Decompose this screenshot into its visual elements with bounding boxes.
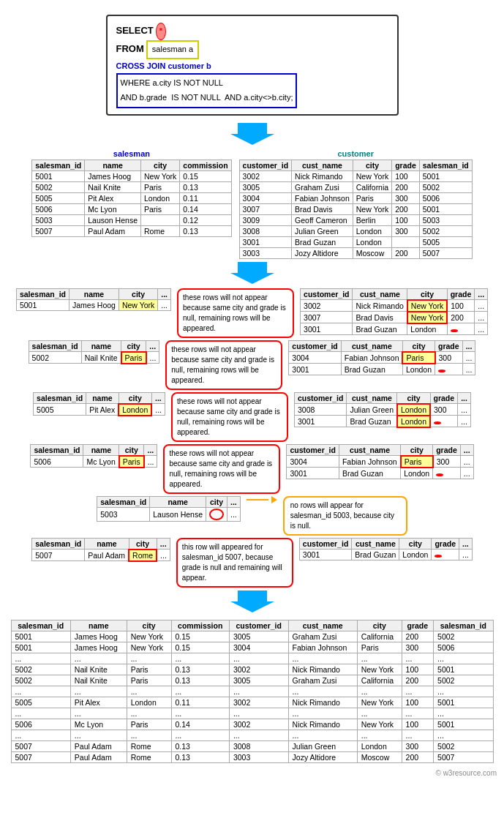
table-row: 3001Brad GuzanLondon ...	[301, 323, 488, 335]
explain-row-5007: salesman_idnamecity... 5007Paul AdamRome…	[7, 538, 497, 588]
explain-5002: these rows will not appear because same …	[165, 340, 282, 390]
table-row: 3004Fabian JohnsonParis300...	[287, 456, 473, 468]
col-customer-id: customer_id	[229, 620, 288, 631]
col-cust-name: cust_name	[288, 620, 357, 631]
table-row: 5001James HoogNew York0.153005Graham Zus…	[11, 631, 493, 642]
col-commission: commission	[180, 160, 231, 170]
customer-section: customer customer_id cust_name city grad…	[239, 149, 473, 259]
customer-table: customer_id cust_name city grade salesma…	[239, 160, 473, 259]
sql-asterisk: *	[156, 23, 166, 40]
table-row: 5005Pit AlexLondon0.11	[32, 192, 231, 203]
table-row: ...........................	[11, 730, 493, 740]
explain-row-5006: salesman_idnamecity... 5006Mc LyonParis.…	[7, 444, 497, 494]
result-header-row: salesman_id name city commission custome…	[11, 620, 493, 631]
table-row: ...........................	[11, 686, 493, 697]
salesman-mini-5002: salesman_idnamecity... 5002Nail KnitePar…	[29, 340, 160, 364]
table-row: 5007Paul AdamRome0.133003Jozy AltidoreMo…	[11, 751, 493, 762]
table-row: ...........................	[11, 653, 493, 664]
table-row: 3001Brad GuzanLondon ...	[289, 364, 475, 375]
sql-from-table: salesman a	[146, 40, 199, 59]
customer-mini-table-5002: customer_idcust_namecitygrade... 3004Fab…	[288, 340, 475, 375]
sql-line2: FROM salesman a	[116, 40, 388, 59]
table-row: 5005Pit AlexLondon...	[34, 404, 165, 416]
explain-row-5001: salesman_idnamecity... 5001James HoogNew…	[7, 288, 497, 338]
salesman-mini-table-5005: salesman_idnamecity... 5005Pit AlexLondo…	[33, 392, 165, 416]
salesman-mini-table-5003: salesman_idnamecity... 5003Lauson Hense …	[97, 496, 241, 522]
table-row: 3001Brad GuzanLondon ...	[299, 549, 472, 560]
col-city: city	[127, 620, 171, 631]
customer-mini-table-5005: customer_idcust_namecitygrade... 3008Jul…	[294, 392, 471, 428]
table-row: 5002Nail KniteParis0.133005Graham ZusiCa…	[11, 675, 493, 686]
customer-mini-table-5006: customer_idcust_namecitygrade... 3004Fab…	[286, 444, 473, 479]
col-grade: grade	[402, 620, 434, 631]
salesman-mini-5005: salesman_idnamecity... 5005Pit AlexLondo…	[33, 392, 165, 416]
explain-row-5005: salesman_idnamecity... 5005Pit AlexLondo…	[7, 392, 497, 442]
table-row: ...........................	[11, 708, 493, 719]
sql-select-keyword: SELECT	[116, 25, 154, 36]
table-row: 3007Brad DavisNew York2005001	[239, 203, 472, 214]
table-row: 3008Julian GreenLondon3005002	[239, 225, 472, 236]
table-row: 5007Paul AdamRome0.13	[32, 225, 231, 236]
table-row: 3001Brad GuzanLondon ...	[287, 468, 473, 479]
svg-marker-2	[230, 590, 274, 612]
salesman-mini-5001: salesman_idnamecity... 5001James HoogNew…	[16, 288, 171, 311]
table-row: 3001Brad GuzanLondon ...	[295, 416, 471, 427]
sql-line4: WHERE a.city IS NOT NULL	[121, 76, 293, 91]
col-city: city	[140, 160, 179, 170]
table-row: 3005Graham ZusiCalifornia2005002	[239, 181, 472, 192]
col-city: city	[353, 160, 391, 170]
explain-5001: these rows will not appear because same …	[177, 288, 294, 338]
customer-mini-5007: customer_idcust_namecitygrade... 3001Bra…	[299, 538, 473, 560]
customer-label: customer	[239, 149, 473, 158]
col-grade: grade	[392, 160, 420, 170]
arrowhead-icon	[271, 496, 277, 503]
sql-cross-join: CROSS JOIN customer b	[116, 59, 211, 74]
main-arrow	[7, 123, 497, 146]
no-rows-box-5003: no rows will appear for salesman_id 5003…	[283, 496, 407, 536]
svg-marker-1	[230, 262, 274, 284]
customer-mini-table-5007: customer_idcust_namecitygrade... 3001Bra…	[299, 538, 473, 560]
salesman-mini-5006: salesman_idnamecity... 5006Mc LyonParis.…	[30, 444, 157, 468]
explain-5005: these rows will not appear because same …	[171, 392, 288, 442]
table-row: 5003Lauson Hense ...	[97, 507, 241, 521]
second-arrow	[7, 262, 497, 285]
sql-from-keyword: FROM	[116, 43, 144, 54]
table-row: 5007Paul AdamRome...	[32, 550, 170, 561]
customer-mini-5001: customer_idcust_namecitygrade... 3002Nic…	[300, 288, 488, 335]
salesman-mini-5007: salesman_idnamecity... 5007Paul AdamRome…	[31, 538, 170, 562]
explain-5006: these rows will not appear because same …	[163, 444, 280, 494]
salesman-mini-table-5007: salesman_idnamecity... 5007Paul AdamRome…	[31, 538, 170, 562]
col-name: name	[70, 620, 127, 631]
orange-line	[247, 499, 268, 500]
col-city2: city	[357, 620, 402, 631]
table-row: 5002Nail KniteParis0.13	[32, 181, 231, 192]
table-row: 3009Geoff CameronBerlin1005003	[239, 214, 472, 225]
explain-row-5003: salesman_idnamecity... 5003Lauson Hense …	[7, 496, 497, 536]
sql-box: SELECT * FROM salesman a CROSS JOIN cust…	[106, 15, 399, 116]
watermark: © w3resource.com	[7, 769, 497, 777]
col-salesman-id2: salesman_id	[434, 620, 493, 631]
customer-mini-table-5001: customer_idcust_namecitygrade... 3002Nic…	[300, 288, 488, 335]
table-row: 5005Pit AlexLondon0.113002Nick RimandoNe…	[11, 697, 493, 708]
no-rows-connector	[247, 496, 277, 503]
table-row: 5006Mc LyonParis...	[31, 456, 157, 468]
salesman-section: salesman salesman_id name city commissio…	[31, 149, 231, 237]
result-table: salesman_id name city commission custome…	[11, 620, 494, 763]
col-cust-name: cust_name	[292, 160, 353, 170]
customer-mini-5005: customer_idcust_namecitygrade... 3008Jul…	[294, 392, 471, 428]
table-row: 5006Mc LyonParis0.143002Nick RimandoNew …	[11, 719, 493, 730]
explain-5007: this row will appeared for salesman_id 5…	[176, 538, 293, 588]
sql-where-block: WHERE a.city IS NOT NULL AND b.grade IS …	[116, 73, 298, 108]
salesman-mini-table-5001: salesman_idnamecity... 5001James HoogNew…	[16, 288, 171, 311]
table-row: 5002Nail KniteParis0.133002Nick RimandoN…	[11, 664, 493, 675]
sql-line3: CROSS JOIN customer b	[116, 59, 388, 74]
table-row: 5006Mc LyonParis0.14	[32, 203, 231, 214]
svg-marker-0	[230, 123, 274, 145]
customer-mini-5002: customer_idcust_namecitygrade... 3004Fab…	[288, 340, 475, 375]
table-row: 3002Nick RimandoNew York100...	[301, 300, 488, 312]
table-row: 5001James HoogNew York0.153004Fabian Joh…	[11, 642, 493, 653]
table-row: 5003Lauson Hense0.12	[32, 214, 231, 225]
salesman-mini-table-5006: salesman_idnamecity... 5006Mc LyonParis.…	[30, 444, 157, 468]
third-arrow	[7, 590, 497, 614]
table-row: 5007Paul AdamRome0.133008Julian GreenLon…	[11, 740, 493, 751]
